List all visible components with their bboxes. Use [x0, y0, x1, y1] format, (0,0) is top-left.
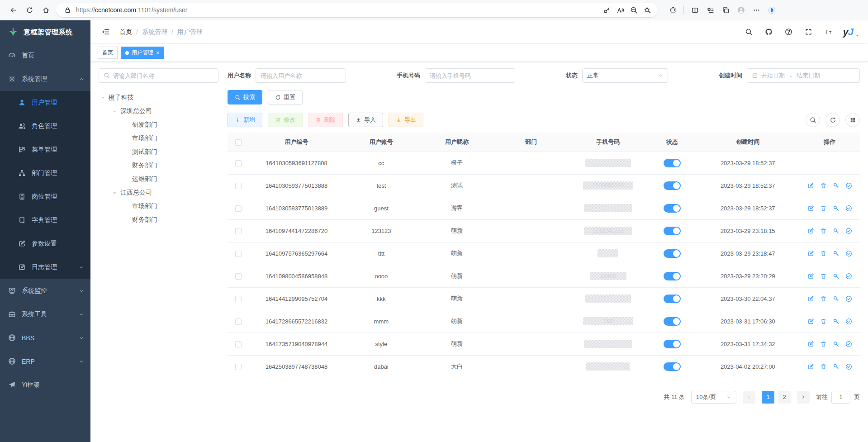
status-toggle[interactable] [664, 159, 681, 167]
edit-button[interactable]: 修改 [268, 113, 303, 127]
close-tab-icon[interactable]: × [156, 50, 160, 56]
reset-password-button[interactable] [833, 341, 840, 347]
copilot-button[interactable] [765, 3, 778, 17]
star-list-button[interactable] [703, 3, 717, 17]
prev-page-button[interactable] [743, 391, 755, 404]
date-range-picker[interactable]: 开始日期 - 结束日期 [747, 68, 860, 83]
delete-row-button[interactable] [820, 250, 827, 257]
delete-row-button[interactable] [820, 228, 827, 234]
page-2[interactable]: 2 [778, 391, 791, 404]
sidebar-item-系统监控[interactable]: 系统监控 [0, 279, 90, 303]
sidebar-item-日志管理[interactable]: 日志管理 [0, 256, 90, 279]
tree-node-运维部门[interactable]: 运维部门 [99, 172, 218, 186]
assign-role-button[interactable] [845, 318, 852, 325]
edit-row-button[interactable] [807, 295, 814, 302]
phone-input[interactable] [430, 72, 510, 79]
sidebar-item-系统工具[interactable]: 系统工具 [0, 303, 90, 326]
breadcrumb-item[interactable]: 系统管理 [142, 28, 167, 36]
sidebar-item-字典管理[interactable]: 字典管理 [0, 209, 90, 232]
github-button[interactable] [764, 27, 774, 38]
goto-page-input[interactable] [831, 391, 850, 404]
username-input[interactable] [261, 72, 341, 79]
reset-password-button[interactable] [833, 205, 840, 212]
delete-row-button[interactable] [820, 363, 827, 370]
reset-password-button[interactable] [833, 250, 840, 257]
sidebar-item-首页[interactable]: 首页 [0, 44, 90, 67]
delete-row-button[interactable] [820, 182, 827, 189]
assign-role-button[interactable] [845, 273, 852, 280]
read-aloud-icon[interactable] [614, 4, 626, 16]
sidebar-item-BBS[interactable]: BBS [0, 326, 90, 350]
delete-row-button[interactable] [820, 295, 827, 302]
refresh-table-button[interactable] [825, 113, 840, 127]
sidebar-item-用户管理[interactable]: 用户管理 [0, 91, 90, 114]
add-button[interactable]: 新增 [228, 113, 262, 127]
status-toggle[interactable] [664, 272, 681, 280]
status-toggle[interactable] [664, 340, 681, 348]
avatar-person[interactable] [734, 3, 748, 17]
row-checkbox[interactable] [235, 296, 242, 302]
sidebar-item-ERP[interactable]: ERP [0, 350, 90, 373]
row-checkbox[interactable] [235, 273, 242, 280]
toggle-search-button[interactable] [806, 113, 820, 127]
reset-password-button[interactable] [833, 318, 840, 325]
status-toggle[interactable] [664, 204, 681, 213]
page-size-select[interactable]: 10条/页 [691, 391, 736, 404]
delete-row-button[interactable] [820, 273, 827, 280]
edit-row-button[interactable] [807, 250, 814, 257]
row-checkbox[interactable] [235, 364, 242, 370]
assign-role-button[interactable] [845, 228, 852, 234]
sidebar-item-Yi框架[interactable]: Yi框架 [0, 373, 90, 397]
row-checkbox[interactable] [235, 341, 242, 347]
assign-role-button[interactable] [845, 250, 852, 257]
puzzle-button[interactable] [666, 3, 679, 17]
edit-row-button[interactable] [807, 182, 814, 189]
tree-node-深圳总公司[interactable]: 深圳总公司 [99, 105, 218, 118]
sidebar-item-参数设置[interactable]: 参数设置 [0, 232, 90, 256]
sidebar-item-岗位管理[interactable]: 岗位管理 [0, 185, 90, 209]
assign-role-button[interactable] [845, 295, 852, 302]
assign-role-button[interactable] [845, 363, 852, 370]
select-all-checkbox[interactable] [235, 139, 242, 146]
tree-node-橙子科技[interactable]: 橙子科技 [99, 91, 218, 105]
copy-button[interactable] [719, 3, 732, 17]
breadcrumb-item[interactable]: 首页 [119, 28, 132, 36]
tree-node-财务部门[interactable]: 财务部门 [99, 159, 218, 172]
sidebar-item-菜单管理[interactable]: 菜单管理 [0, 138, 90, 162]
status-toggle[interactable] [664, 227, 681, 235]
export-button[interactable]: 导出 [389, 113, 423, 127]
split-screen-button[interactable] [688, 3, 702, 17]
tree-node-江西总公司[interactable]: 江西总公司 [99, 186, 218, 200]
reset-password-button[interactable] [833, 273, 840, 280]
zoom-out-icon[interactable] [628, 4, 640, 16]
tab-用户管理[interactable]: 用户管理× [121, 47, 164, 59]
refresh-button[interactable] [23, 3, 36, 17]
star-plus-icon[interactable] [641, 4, 653, 16]
department-search-input[interactable] [113, 72, 213, 79]
dots-button[interactable] [749, 3, 763, 17]
tree-node-市场部门[interactable]: 市场部门 [99, 132, 218, 145]
home-button[interactable] [39, 3, 52, 17]
back-button[interactable] [6, 3, 20, 17]
row-checkbox[interactable] [235, 251, 242, 257]
assign-role-button[interactable] [845, 182, 852, 189]
search-button[interactable] [744, 27, 754, 38]
assign-role-button[interactable] [845, 341, 852, 347]
row-checkbox[interactable] [235, 318, 242, 325]
user-avatar[interactable]: yJ [843, 26, 860, 38]
address-bar[interactable]: https://ccnetcore.com:1101/system/user [56, 3, 658, 17]
delete-row-button[interactable] [820, 318, 827, 325]
column-settings-button[interactable] [845, 113, 860, 127]
next-page-button[interactable] [797, 391, 810, 404]
question-button[interactable] [783, 27, 794, 38]
assign-role-button[interactable] [845, 205, 852, 212]
sidebar-item-部门管理[interactable]: 部门管理 [0, 162, 90, 185]
reset-password-button[interactable] [833, 295, 840, 302]
edit-row-button[interactable] [807, 205, 814, 212]
reset-password-button[interactable] [833, 182, 840, 189]
tree-node-财务部门[interactable]: 财务部门 [99, 213, 218, 227]
status-toggle[interactable] [664, 249, 681, 258]
delete-row-button[interactable] [820, 205, 827, 212]
tree-node-研发部门[interactable]: 研发部门 [99, 118, 218, 132]
tree-node-测试部门[interactable]: 测试部门 [99, 145, 218, 159]
